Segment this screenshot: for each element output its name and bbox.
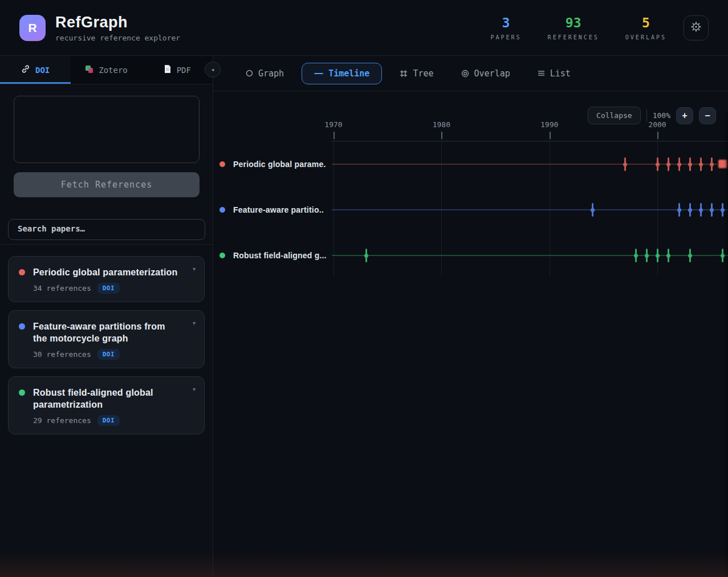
reference-tick[interactable] bbox=[646, 249, 648, 262]
title-block: RefGraph recursive reference explorer bbox=[55, 14, 180, 42]
fetch-references-button[interactable]: Fetch References bbox=[14, 172, 200, 197]
axis-tick bbox=[657, 132, 658, 139]
paper-card-2[interactable]: Feature-aware partitions from the motorc… bbox=[8, 310, 205, 368]
reference-count: 30 references bbox=[33, 350, 91, 359]
timeline-row-label[interactable]: Periodic global parame. bbox=[219, 159, 326, 170]
stat-references-label: REFERENCES bbox=[548, 34, 599, 40]
reference-tick-core bbox=[677, 162, 681, 166]
caret-down-icon[interactable]: ▾ bbox=[193, 320, 196, 326]
reference-tick[interactable] bbox=[700, 203, 702, 217]
app-header: R RefGraph recursive reference explorer … bbox=[0, 0, 728, 56]
app-tagline: recursive reference explorer bbox=[55, 34, 180, 42]
row-label-text: Periodic global parame. bbox=[233, 160, 326, 169]
reference-tick[interactable] bbox=[711, 203, 713, 217]
timeline-row-label[interactable]: Robust field-aligned g... bbox=[219, 250, 327, 261]
header-stats: 3 PAPERS 93 REFERENCES 5 OVERLAPS bbox=[490, 15, 666, 40]
reference-tick-core bbox=[364, 254, 368, 258]
view-tab-graph[interactable]: Graph bbox=[236, 63, 294, 84]
reference-tick[interactable] bbox=[678, 203, 680, 217]
paper-card-1[interactable]: Periodic global parameterization ▾ 34 re… bbox=[8, 256, 205, 302]
axis-tick bbox=[550, 132, 551, 139]
reference-tick[interactable] bbox=[657, 157, 658, 171]
paper-card-3[interactable]: Robust field-aligned global parametrizat… bbox=[8, 376, 205, 434]
axis-tick bbox=[441, 132, 442, 139]
reference-tick[interactable] bbox=[365, 249, 367, 262]
tab-zotero[interactable]: Zotero bbox=[71, 56, 141, 84]
reference-tick-core bbox=[699, 208, 703, 212]
view-tab-graph-label: Graph bbox=[258, 68, 284, 79]
reference-tick[interactable] bbox=[678, 157, 680, 171]
zoom-level: 100% bbox=[653, 111, 670, 120]
reference-tick-core bbox=[623, 162, 627, 166]
reference-tick[interactable] bbox=[700, 157, 702, 171]
paper-color-dot bbox=[19, 323, 25, 330]
reference-tick-core bbox=[710, 162, 714, 166]
reference-tick[interactable] bbox=[668, 157, 669, 171]
view-tab-tree[interactable]: Tree bbox=[390, 63, 443, 84]
view-tab-list-label: List bbox=[550, 68, 571, 79]
tab-zotero-label: Zotero bbox=[99, 66, 128, 75]
reference-tick-core bbox=[656, 162, 660, 166]
dash-icon bbox=[314, 72, 323, 75]
paper-node-square[interactable] bbox=[718, 159, 727, 169]
tab-doi[interactable]: DOI bbox=[0, 56, 71, 84]
caret-down-icon[interactable]: ▾ bbox=[193, 266, 196, 272]
gear-icon bbox=[690, 21, 702, 34]
reference-tick[interactable] bbox=[624, 157, 626, 171]
reference-tick-core bbox=[688, 208, 692, 212]
zotero-icon bbox=[85, 65, 93, 75]
reference-tick[interactable] bbox=[635, 249, 637, 262]
doi-badge: DOI bbox=[97, 283, 120, 294]
reference-tick[interactable] bbox=[689, 157, 691, 171]
reference-tick-core bbox=[666, 254, 670, 258]
stat-papers-value: 3 bbox=[490, 15, 521, 30]
app-name: RefGraph bbox=[55, 14, 180, 31]
row-label-text: Robust field-aligned g... bbox=[233, 251, 327, 260]
collapse-rows-button[interactable]: Collapse bbox=[588, 107, 641, 124]
settings-button[interactable] bbox=[684, 15, 709, 40]
reference-tick[interactable] bbox=[689, 203, 691, 217]
view-tab-timeline[interactable]: Timeline bbox=[302, 63, 382, 84]
doi-badge: DOI bbox=[97, 349, 120, 360]
doi-input[interactable] bbox=[14, 96, 200, 163]
timeline-controls: Collapse 100% + − bbox=[588, 107, 716, 124]
view-tab-overlap-label: Overlap bbox=[474, 68, 510, 79]
tab-doi-label: DOI bbox=[35, 66, 50, 75]
reference-tick-core bbox=[591, 208, 595, 212]
caret-down-icon[interactable]: ▾ bbox=[193, 386, 196, 392]
stat-references-value: 93 bbox=[548, 15, 599, 30]
reference-tick[interactable] bbox=[689, 249, 691, 262]
stat-overlaps-label: OVERLAPS bbox=[625, 34, 666, 40]
link-icon bbox=[21, 64, 30, 75]
paper-list: Periodic global parameterization ▾ 34 re… bbox=[0, 245, 213, 434]
zoom-in-button[interactable]: + bbox=[676, 107, 693, 124]
reference-tick[interactable] bbox=[592, 203, 593, 217]
view-tab-list[interactable]: List bbox=[528, 63, 580, 84]
reference-tick[interactable] bbox=[668, 249, 669, 262]
reference-tick[interactable] bbox=[711, 157, 713, 171]
reference-count: 29 references bbox=[33, 416, 91, 425]
paper-title: Feature-aware partitions from the motorc… bbox=[33, 320, 194, 344]
doi-badge: DOI bbox=[97, 415, 120, 426]
reference-tick[interactable] bbox=[722, 203, 723, 217]
paper-title: Robust field-aligned global parametrizat… bbox=[33, 387, 194, 411]
view-tab-overlap[interactable]: Overlap bbox=[452, 63, 520, 84]
stat-overlaps-value: 5 bbox=[625, 15, 666, 30]
reference-tick-core bbox=[666, 162, 670, 166]
search-input[interactable] bbox=[8, 219, 205, 240]
circled-dot-icon bbox=[461, 70, 469, 78]
zoom-out-button[interactable]: − bbox=[699, 107, 716, 124]
row-color-dot bbox=[219, 207, 225, 213]
reference-tick-core bbox=[656, 254, 660, 258]
reference-tick-core bbox=[688, 254, 692, 258]
view-tabs: Graph Timeline Tree bbox=[213, 56, 728, 91]
timeline-row-label[interactable]: Feature-aware partitio.. bbox=[219, 204, 324, 216]
tab-pdf[interactable]: PDF bbox=[142, 56, 213, 84]
reference-tick[interactable] bbox=[657, 249, 658, 262]
sidebar: DOI Zotero bbox=[0, 56, 213, 576]
sidebar-collapse-button[interactable]: ◂ bbox=[205, 62, 221, 78]
stat-papers: 3 PAPERS bbox=[490, 15, 521, 40]
year-label: 1980 bbox=[424, 120, 458, 129]
controls-divider bbox=[646, 109, 647, 122]
reference-tick[interactable] bbox=[722, 249, 723, 262]
